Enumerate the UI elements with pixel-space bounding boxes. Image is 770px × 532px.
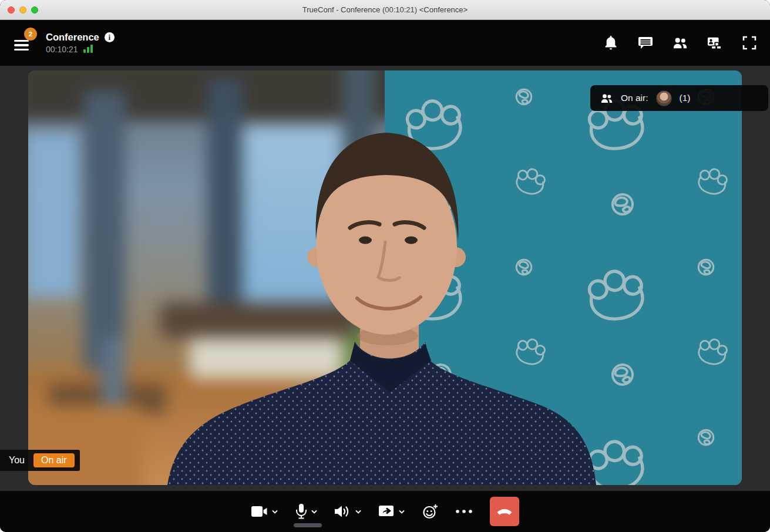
bell-icon (604, 35, 618, 50)
window-title: TrueConf - Conference (00:10:21) <Confer… (0, 0, 770, 19)
layout-button[interactable] (707, 35, 722, 50)
camera-button[interactable] (251, 506, 278, 517)
participants-icon (673, 36, 688, 50)
ellipsis-icon (456, 510, 472, 513)
conference-timer: 00:10:21 (46, 45, 78, 54)
conference-info: Conference i 00:10:21 (46, 32, 115, 54)
chevron-down-icon[interactable] (355, 510, 361, 514)
chat-icon (638, 36, 653, 50)
camera-icon (251, 506, 268, 517)
participant-count: (1) (680, 93, 691, 103)
self-name: You (9, 455, 25, 466)
fullscreen-icon (742, 36, 756, 50)
main-menu-button[interactable]: 2 (14, 35, 32, 50)
on-air-banner[interactable]: On air: (1) (590, 85, 768, 111)
more-button[interactable] (456, 510, 472, 513)
control-bar (0, 491, 770, 532)
video-stage: On air: (1) You On air (0, 66, 770, 491)
microphone-button[interactable] (295, 504, 317, 520)
self-view-label: You On air (0, 450, 80, 471)
conference-title: Conference (46, 32, 99, 43)
self-on-air-badge: On air (33, 453, 75, 467)
connection-quality-icon (83, 45, 93, 54)
emoji-plus-icon (422, 504, 438, 520)
fullscreen-button[interactable] (742, 35, 757, 50)
header-toolbar (603, 35, 757, 50)
chevron-down-icon[interactable] (399, 510, 405, 514)
chevron-down-icon[interactable] (311, 510, 317, 514)
hangup-icon (496, 507, 513, 516)
screen-share-button[interactable] (379, 506, 405, 518)
app-header: 2 Conference i 00:10:21 (0, 20, 770, 66)
chevron-down-icon[interactable] (272, 510, 278, 514)
participants-button[interactable] (673, 35, 688, 50)
app-window: TrueConf - Conference (00:10:21) <Confer… (0, 0, 770, 532)
hamburger-icon (14, 40, 29, 51)
mic-level-meter (294, 523, 322, 527)
end-call-button[interactable] (490, 497, 519, 526)
notification-badge: 2 (24, 28, 37, 41)
chat-button[interactable] (638, 35, 653, 50)
notifications-button[interactable] (603, 35, 618, 50)
participants-icon (600, 93, 613, 104)
titlebar: TrueConf - Conference (00:10:21) <Confer… (0, 0, 770, 20)
microphone-icon (295, 504, 307, 520)
speaker-icon (335, 504, 351, 518)
layout-icon (707, 36, 722, 50)
on-air-label: On air: (621, 93, 648, 103)
participant-avatar (656, 90, 672, 106)
speaker-person (28, 70, 742, 485)
info-icon[interactable]: i (105, 32, 115, 42)
speaker-button[interactable] (335, 504, 361, 518)
screen-share-icon (379, 506, 395, 518)
reactions-button[interactable] (422, 504, 438, 520)
self-video-tile[interactable] (28, 70, 742, 485)
